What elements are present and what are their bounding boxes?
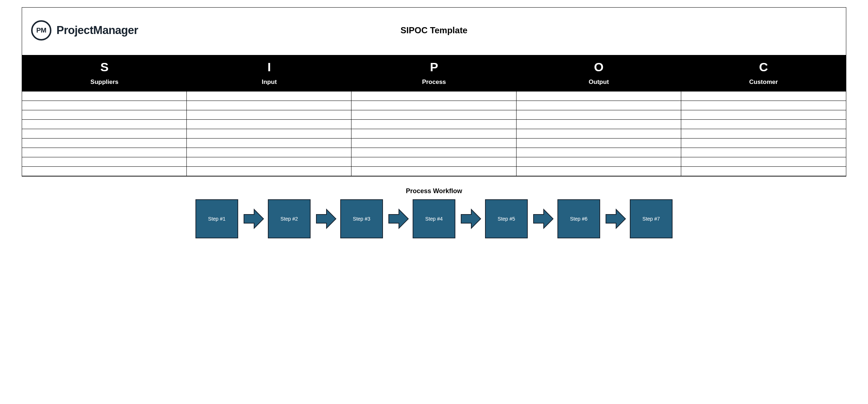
col-letter: C bbox=[681, 60, 846, 74]
table-cell[interactable] bbox=[22, 92, 187, 101]
table-cell[interactable] bbox=[351, 139, 516, 148]
svg-marker-4 bbox=[534, 209, 553, 228]
table-cell[interactable] bbox=[187, 139, 351, 148]
table-cell[interactable] bbox=[187, 92, 351, 101]
table-cell[interactable] bbox=[517, 139, 681, 148]
logo-group: PM ProjectManager bbox=[31, 20, 138, 41]
workflow-step: Step #1 bbox=[195, 199, 238, 238]
header: PM ProjectManager SIPOC Template bbox=[22, 8, 846, 55]
workflow-title: Process Workflow bbox=[22, 187, 846, 195]
svg-marker-0 bbox=[244, 209, 264, 228]
arrow-right-icon bbox=[316, 208, 337, 230]
step-box: Step #2 bbox=[268, 199, 311, 238]
sipoc-header-band: S Suppliers I Input P Process O Output C… bbox=[22, 55, 846, 92]
table-cell[interactable] bbox=[351, 101, 516, 110]
table-cell[interactable] bbox=[681, 101, 846, 110]
col-label: Output bbox=[517, 78, 681, 86]
table-cell[interactable] bbox=[351, 110, 516, 120]
svg-marker-1 bbox=[316, 209, 336, 228]
step-label: Step #7 bbox=[642, 216, 660, 222]
table-cell[interactable] bbox=[187, 101, 351, 110]
table-cell[interactable] bbox=[351, 167, 516, 176]
table-cell[interactable] bbox=[517, 120, 681, 129]
table-cell[interactable] bbox=[681, 167, 846, 176]
col-letter: S bbox=[22, 60, 187, 74]
table-cell[interactable] bbox=[187, 129, 351, 139]
brand-name: ProjectManager bbox=[56, 24, 138, 37]
col-label: Customer bbox=[681, 78, 846, 86]
col-label: Process bbox=[351, 78, 516, 86]
step-box: Step #1 bbox=[195, 199, 238, 238]
table-cell[interactable] bbox=[517, 92, 681, 101]
step-box: Step #5 bbox=[485, 199, 528, 238]
arrow-right-icon bbox=[243, 208, 264, 230]
col-customer: C Customer bbox=[681, 55, 846, 92]
workflow-step: Step #5 bbox=[485, 199, 528, 238]
table-cell[interactable] bbox=[517, 129, 681, 139]
table-cell[interactable] bbox=[187, 148, 351, 157]
col-letter: P bbox=[351, 60, 516, 74]
table-cell[interactable] bbox=[187, 110, 351, 120]
table-cell[interactable] bbox=[187, 120, 351, 129]
table-cell[interactable] bbox=[681, 92, 846, 101]
table-cell[interactable] bbox=[22, 148, 187, 157]
page-title: SIPOC Template bbox=[401, 25, 468, 35]
table-cell[interactable] bbox=[22, 139, 187, 148]
table-cell[interactable] bbox=[22, 167, 187, 176]
step-label: Step #4 bbox=[425, 216, 443, 222]
table-cell[interactable] bbox=[22, 101, 187, 110]
step-label: Step #3 bbox=[353, 216, 370, 222]
workflow-step: Step #2 bbox=[268, 199, 311, 238]
col-label: Input bbox=[187, 78, 351, 86]
step-box: Step #3 bbox=[340, 199, 383, 238]
table-cell[interactable] bbox=[681, 157, 846, 167]
table-cell[interactable] bbox=[351, 129, 516, 139]
table-cell[interactable] bbox=[517, 157, 681, 167]
col-letter: O bbox=[517, 60, 681, 74]
col-input: I Input bbox=[187, 55, 351, 92]
step-label: Step #2 bbox=[281, 216, 298, 222]
table-cell[interactable] bbox=[681, 148, 846, 157]
table-cell[interactable] bbox=[517, 167, 681, 176]
pm-logo-icon: PM bbox=[31, 20, 51, 41]
col-label: Suppliers bbox=[22, 78, 187, 86]
table-cell[interactable] bbox=[681, 110, 846, 120]
table-cell[interactable] bbox=[22, 120, 187, 129]
table-cell[interactable] bbox=[22, 157, 187, 167]
table-cell[interactable] bbox=[517, 110, 681, 120]
workflow-step: Step #6 bbox=[557, 199, 600, 238]
table-cell[interactable] bbox=[351, 148, 516, 157]
table-cell[interactable] bbox=[22, 129, 187, 139]
table-cell[interactable] bbox=[517, 101, 681, 110]
table-cell[interactable] bbox=[187, 167, 351, 176]
step-box: Step #4 bbox=[413, 199, 455, 238]
arrow-right-icon bbox=[388, 208, 409, 230]
step-label: Step #6 bbox=[570, 216, 587, 222]
table-cell[interactable] bbox=[517, 148, 681, 157]
workflow-step: Step #3 bbox=[340, 199, 383, 238]
workflow-step: Step #4 bbox=[413, 199, 455, 238]
svg-marker-2 bbox=[389, 209, 408, 228]
svg-marker-5 bbox=[606, 209, 625, 228]
table-cell[interactable] bbox=[351, 120, 516, 129]
table-cell[interactable] bbox=[351, 92, 516, 101]
workflow-row: Step #1Step #2Step #3Step #4Step #5Step … bbox=[22, 199, 846, 245]
table-cell[interactable] bbox=[681, 120, 846, 129]
table-cell[interactable] bbox=[681, 129, 846, 139]
table-cell[interactable] bbox=[681, 139, 846, 148]
svg-marker-3 bbox=[461, 209, 481, 228]
arrow-right-icon bbox=[460, 208, 481, 230]
workflow-step: Step #7 bbox=[630, 199, 673, 238]
col-process: P Process bbox=[351, 55, 516, 92]
sipoc-container: PM ProjectManager SIPOC Template S Suppl… bbox=[22, 7, 846, 177]
step-label: Step #5 bbox=[498, 216, 515, 222]
table-cell[interactable] bbox=[22, 110, 187, 120]
col-suppliers: S Suppliers bbox=[22, 55, 187, 92]
step-box: Step #7 bbox=[630, 199, 673, 238]
step-box: Step #6 bbox=[557, 199, 600, 238]
table-cell[interactable] bbox=[187, 157, 351, 167]
arrow-right-icon bbox=[533, 208, 554, 230]
logo-text: PM bbox=[36, 26, 46, 34]
col-letter: I bbox=[187, 60, 351, 74]
table-cell[interactable] bbox=[351, 157, 516, 167]
